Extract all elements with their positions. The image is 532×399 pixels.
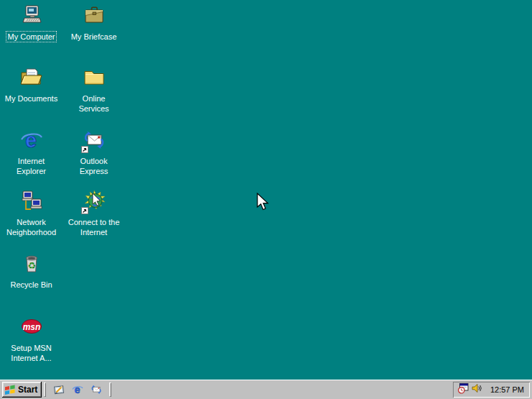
outlook-express-icon[interactable]: [90, 383, 103, 396]
desktop-icon-online-services[interactable]: Online Services: [63, 66, 125, 114]
desktop-icon-network-neighborhood[interactable]: Network Neighborhood: [0, 190, 63, 238]
windows-logo-icon: [4, 384, 16, 395]
desktop-icon-connect-to-the-internet[interactable]: Connect to the Internet: [63, 190, 125, 238]
taskbar-grip[interactable]: [44, 382, 46, 397]
desktop-icon-label: Outlook Express: [78, 155, 110, 177]
desktop-icon-label: My Computer: [6, 31, 56, 42]
recycle-bin-icon: [20, 252, 43, 275]
internet-explorer-icon: [20, 129, 43, 152]
desktop-icon-label: Connect to the Internet: [67, 216, 121, 238]
start-button[interactable]: Start: [2, 382, 42, 398]
mouse-cursor: [257, 193, 271, 211]
desktop-icon-label: Setup MSN Internet A...: [9, 342, 52, 364]
tray-icon-group: [457, 382, 482, 397]
desktop-icon-label: My Documents: [4, 93, 59, 104]
desktop-icon-outlook-express[interactable]: Outlook Express: [63, 129, 125, 177]
setup-msn-icon: [20, 316, 43, 339]
system-tray: 12:57 PM: [453, 382, 530, 398]
desktop-icon-label: Online Services: [77, 93, 110, 114]
taskbar-clock[interactable]: 12:57 PM: [485, 385, 524, 394]
shortcut-arrow-icon: [81, 207, 88, 214]
show-desktop-icon[interactable]: [52, 383, 65, 396]
desktop-icon-label: Recycle Bin: [9, 279, 53, 290]
task-scheduler-icon[interactable]: [457, 382, 469, 397]
taskbar-grip[interactable]: [109, 382, 111, 397]
network-neighborhood-icon: [20, 190, 43, 213]
desktop-icon-internet-explorer[interactable]: Internet Explorer: [0, 129, 63, 177]
shortcut-arrow-icon: [81, 146, 88, 153]
my-briefcase-icon: [83, 4, 106, 27]
desktop-icon-label: Network Neighborhood: [5, 216, 58, 238]
desktop-icon-my-computer[interactable]: My Computer: [0, 4, 63, 42]
desktop-icon-label: My Briefcase: [70, 31, 119, 42]
desktop-icon-my-briefcase[interactable]: My Briefcase: [63, 4, 125, 42]
online-services-icon: [83, 66, 106, 89]
volume-icon[interactable]: [471, 382, 482, 397]
internet-explorer-icon[interactable]: [71, 383, 84, 396]
my-documents-icon: [20, 66, 43, 89]
desktop-icon-setup-msn[interactable]: Setup MSN Internet A...: [0, 316, 63, 364]
quick-launch-toolbar: [48, 383, 107, 396]
desktop[interactable]: My ComputerMy BriefcaseMy DocumentsOnlin…: [0, 0, 532, 399]
outlook-express-icon: [83, 129, 106, 152]
taskbar: Start 12:57 PM: [0, 380, 532, 399]
desktop-icon-my-documents[interactable]: My Documents: [0, 66, 63, 104]
start-button-label: Start: [18, 385, 37, 395]
desktop-icon-label: Internet Explorer: [15, 155, 47, 177]
connect-to-the-internet-icon: [83, 190, 106, 213]
desktop-icon-recycle-bin[interactable]: Recycle Bin: [0, 252, 63, 290]
my-computer-icon: [20, 4, 43, 27]
